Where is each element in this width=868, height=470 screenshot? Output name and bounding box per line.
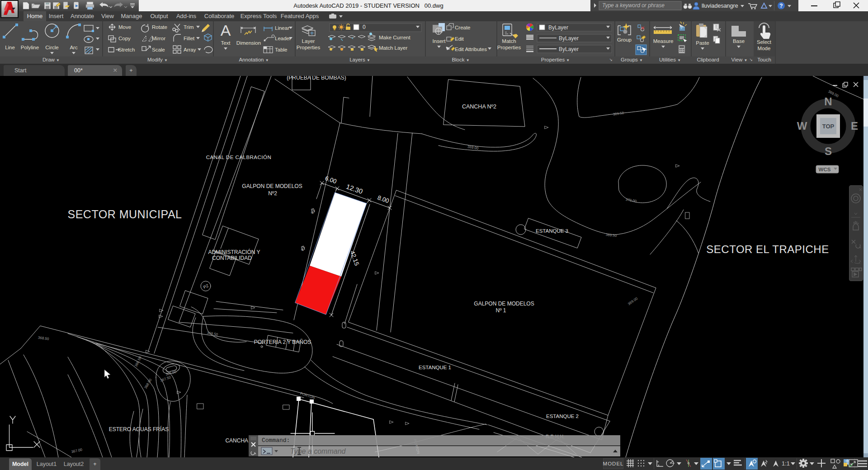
svg-text:367.00: 367.00 [71, 447, 83, 454]
svg-text:Move: Move [118, 24, 131, 30]
svg-text:42.15: 42.15 [349, 250, 360, 267]
svg-text:Copy: Copy [118, 36, 131, 41]
svg-text:Stretch: Stretch [118, 47, 135, 52]
svg-text:Rotate: Rotate [152, 24, 167, 30]
svg-text:ByLayer: ByLayer [559, 35, 579, 42]
svg-text:368.50: 368.50 [38, 335, 49, 341]
svg-text:369.50: 369.50 [605, 233, 617, 238]
svg-text:PZ: PZ [203, 283, 209, 290]
svg-text:E: E [851, 120, 858, 132]
svg-text:SECTOR MUNICIPAL: SECTOR MUNICIPAL [68, 208, 182, 221]
svg-text:ESTANQUE 2: ESTANQUE 2 [546, 414, 579, 419]
svg-text:Select: Select [757, 39, 772, 45]
svg-text:S: S [825, 145, 832, 157]
svg-text:Table: Table [275, 47, 288, 52]
svg-text:Line: Line [5, 45, 15, 50]
svg-text:Properties: Properties [497, 45, 521, 50]
svg-text:Properties: Properties [297, 45, 321, 50]
svg-text:Text: Text [221, 40, 231, 46]
svg-text:369.50: 369.50 [613, 111, 624, 116]
svg-text:368.00: 368.00 [143, 378, 152, 390]
svg-text:Mode: Mode [758, 46, 771, 51]
svg-text:PORTERIA 2 Y BAÑOS: PORTERIA 2 Y BAÑOS [254, 339, 311, 345]
svg-text:369.00: 369.00 [467, 145, 479, 150]
svg-text:CONTABILIDAD: CONTABILIDAD [212, 255, 252, 261]
svg-text:CANAL DE CALBRACIÓN: CANAL DE CALBRACIÓN [206, 155, 272, 160]
svg-text:lluviadesangre: lluviadesangre [702, 3, 738, 9]
svg-text:ESTERO AGUAS FRÍAS: ESTERO AGUAS FRÍAS [109, 426, 169, 432]
svg-text:Insert: Insert [433, 38, 446, 44]
svg-text:368.50: 368.50 [134, 356, 142, 367]
svg-text:ADMINISTRACIÓN Y: ADMINISTRACIÓN Y [208, 249, 260, 255]
svg-text:WCS: WCS [819, 167, 831, 172]
svg-text:?: ? [779, 3, 783, 9]
svg-text:Scale: Scale [152, 47, 165, 52]
svg-text:Match: Match [502, 38, 516, 44]
svg-text:Trim: Trim [184, 24, 194, 30]
svg-text:ByLayer: ByLayer [548, 24, 568, 31]
svg-text:PORTON: PORTON [300, 391, 316, 400]
svg-text:GALPON DE MODELOS: GALPON DE MODELOS [474, 301, 534, 307]
svg-text:Match Layer: Match Layer [379, 45, 407, 51]
svg-text:CANCHA Nº2: CANCHA Nº2 [462, 103, 496, 110]
svg-text:Make Current: Make Current [379, 35, 410, 40]
svg-text:Paste: Paste [696, 40, 709, 46]
svg-text:Nº 1: Nº 1 [495, 307, 506, 314]
svg-text:6.00: 6.00 [324, 175, 338, 185]
svg-text:N: N [824, 95, 832, 108]
svg-text:PZ: PZ [310, 209, 316, 215]
svg-text:Nº2: Nº2 [268, 190, 277, 197]
svg-text:(PRUEBA DE BOMBAS): (PRUEBA DE BOMBAS) [287, 76, 346, 81]
svg-text:ESTANQUE 3: ESTANQUE 3 [536, 228, 568, 234]
svg-text:Measure: Measure [653, 38, 674, 44]
svg-text:Edit Attributes: Edit Attributes [455, 47, 487, 52]
svg-text:W: W [797, 120, 807, 132]
svg-text:370.00: 370.00 [625, 197, 637, 203]
svg-text:Base: Base [733, 38, 745, 44]
svg-text:Layer: Layer [302, 38, 315, 44]
svg-text:ESTANQUE 1: ESTANQUE 1 [419, 365, 451, 370]
svg-text:369.00: 369.00 [627, 296, 639, 306]
svg-text:A: A [221, 22, 231, 39]
svg-text:1:1: 1:1 [782, 460, 790, 467]
svg-text:Type a command: Type a command [290, 447, 346, 455]
svg-text:Arc: Arc [70, 45, 78, 50]
svg-text:Create: Create [455, 25, 471, 30]
svg-text:Linear: Linear [275, 25, 289, 31]
svg-text:Group: Group [617, 37, 632, 42]
svg-text:Array: Array [184, 47, 196, 52]
svg-text:Mirror: Mirror [152, 36, 165, 41]
svg-text:0: 0 [363, 24, 366, 30]
svg-text:8.00: 8.00 [377, 194, 390, 205]
svg-text:Polyline: Polyline [21, 45, 39, 50]
svg-text:Type a keyword or phrase: Type a keyword or phrase [602, 2, 665, 9]
svg-text:GALPON DE MODELOS: GALPON DE MODELOS [242, 183, 302, 189]
svg-text:Leader: Leader [275, 36, 291, 41]
svg-text:ByLayer: ByLayer [559, 46, 579, 52]
svg-text:Dimension: Dimension [236, 40, 261, 46]
svg-text:Circle: Circle [45, 45, 58, 50]
svg-text:12.30: 12.30 [345, 183, 364, 195]
svg-text:SECTOR EL TRAPICHE: SECTOR EL TRAPICHE [706, 243, 829, 255]
svg-text:Fillet: Fillet [184, 36, 195, 41]
svg-text:Edit: Edit [455, 36, 464, 42]
svg-text:TOP: TOP [822, 123, 835, 130]
svg-text:PZ: PZ [300, 246, 306, 252]
